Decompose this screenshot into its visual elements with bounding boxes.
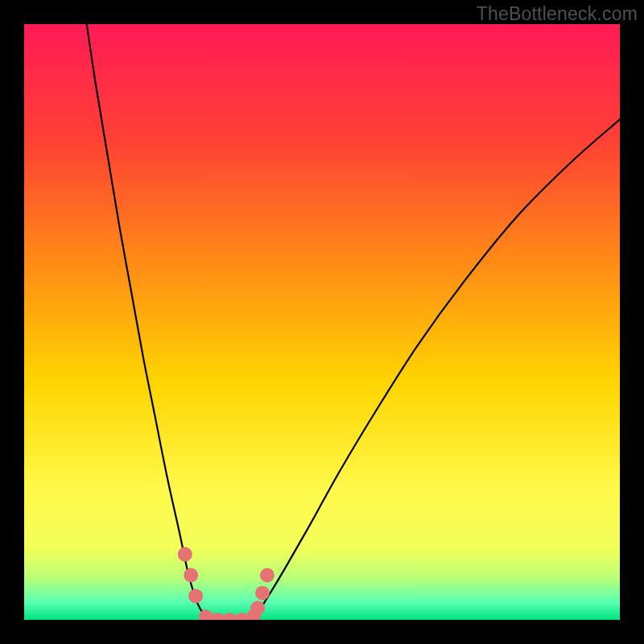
bottleneck-curve-chart [24,24,620,620]
data-marker [184,568,198,583]
data-marker [255,586,270,601]
gradient-background [24,24,620,620]
watermark-text: TheBottleneck.com [477,3,638,25]
data-marker [188,588,203,603]
chart-frame [24,24,620,620]
data-marker [250,601,265,615]
data-marker [260,568,275,583]
data-marker [178,547,192,562]
